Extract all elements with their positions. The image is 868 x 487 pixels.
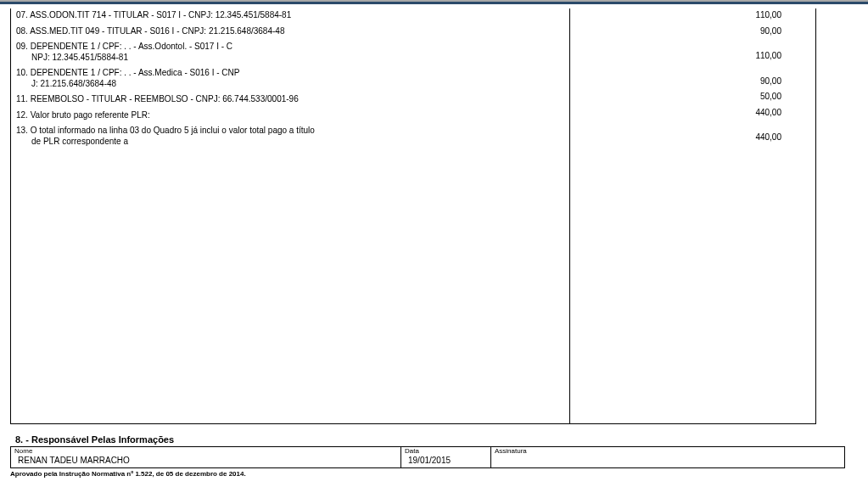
responsavel-nome-cell: Nome RENAN TADEU MARRACHO xyxy=(11,447,401,467)
item-text: 12. Valor bruto pago referente PLR: xyxy=(16,110,150,120)
nome-label: Nome xyxy=(14,448,397,455)
item-row: 08. ASS.MED.TIT 049 - TITULAR - S016 I -… xyxy=(11,25,569,41)
document-page: 07. ASS.ODON.TIT 714 - TITULAR - S017 I … xyxy=(10,8,857,484)
responsavel-assinatura-cell: Assinatura xyxy=(491,447,844,467)
item-value: 90,00 xyxy=(570,25,815,41)
item-value: 90,00 xyxy=(570,75,815,91)
item-text-line2: J: 21.215.648/3684-48 xyxy=(16,79,564,90)
item-text-line2: NPJ: 12.345.451/5884-81 xyxy=(16,53,564,64)
item-row: 10. DEPENDENTE 1 / CPF: . . - Ass.Medica… xyxy=(11,66,569,92)
item-value: 440,00 xyxy=(570,131,815,147)
data-value: 19/01/2015 xyxy=(405,455,487,465)
item-text: 09. DEPENDENTE 1 / CPF: . . - Ass.Odonto… xyxy=(16,42,232,51)
value-spacer xyxy=(570,121,815,131)
item-text: 13. O total informado na linha 03 do Qua… xyxy=(16,126,315,135)
value-spacer xyxy=(570,40,815,49)
item-value: 110,00 xyxy=(570,49,815,65)
assinatura-label: Assinatura xyxy=(495,448,841,455)
item-row: 11. REEMBOLSO - TITULAR - REEMBOLSO - CN… xyxy=(11,92,569,109)
item-text: 10. DEPENDENTE 1 / CPF: . . - Ass.Medica… xyxy=(16,68,239,77)
item-text: 07. ASS.ODON.TIT 714 - TITULAR - S017 I … xyxy=(16,10,291,20)
section-8-title: 8. - Responsável Pelas Informações xyxy=(15,434,174,445)
item-value: 50,00 xyxy=(570,90,815,106)
description-column: 07. ASS.ODON.TIT 714 - TITULAR - S017 I … xyxy=(10,8,570,424)
approval-footnote: Aprovado pela Instrução Normativa nº 1.5… xyxy=(10,470,246,478)
item-row: 12. Valor bruto pago referente PLR: xyxy=(11,109,569,125)
section-8-box: Nome RENAN TADEU MARRACHO Data 19/01/201… xyxy=(10,446,845,468)
item-row: 07. ASS.ODON.TIT 714 - TITULAR - S017 I … xyxy=(11,8,569,25)
responsavel-data-cell: Data 19/01/2015 xyxy=(401,447,491,467)
item-text: 11. REEMBOLSO - TITULAR - REEMBOLSO - CN… xyxy=(16,94,299,104)
nome-value: RENAN TADEU MARRACHO xyxy=(14,455,397,465)
items-table: 07. ASS.ODON.TIT 714 - TITULAR - S017 I … xyxy=(10,8,845,416)
value-column: 110,00 90,00 110,00 90,00 50,00 440,00 4… xyxy=(570,8,816,424)
value-spacer xyxy=(570,65,815,75)
document-viewport: 07. ASS.ODON.TIT 714 - TITULAR - S017 I … xyxy=(0,2,868,487)
item-text: 08. ASS.MED.TIT 049 - TITULAR - S016 I -… xyxy=(16,26,284,36)
item-value: 440,00 xyxy=(570,106,815,122)
item-text-line2: de PLR correspondente a xyxy=(16,137,564,148)
item-row: 13. O total informado na linha 03 do Qua… xyxy=(11,124,569,150)
item-value: 110,00 xyxy=(570,8,815,25)
item-row: 09. DEPENDENTE 1 / CPF: . . - Ass.Odonto… xyxy=(11,40,569,66)
data-label: Data xyxy=(405,448,487,455)
